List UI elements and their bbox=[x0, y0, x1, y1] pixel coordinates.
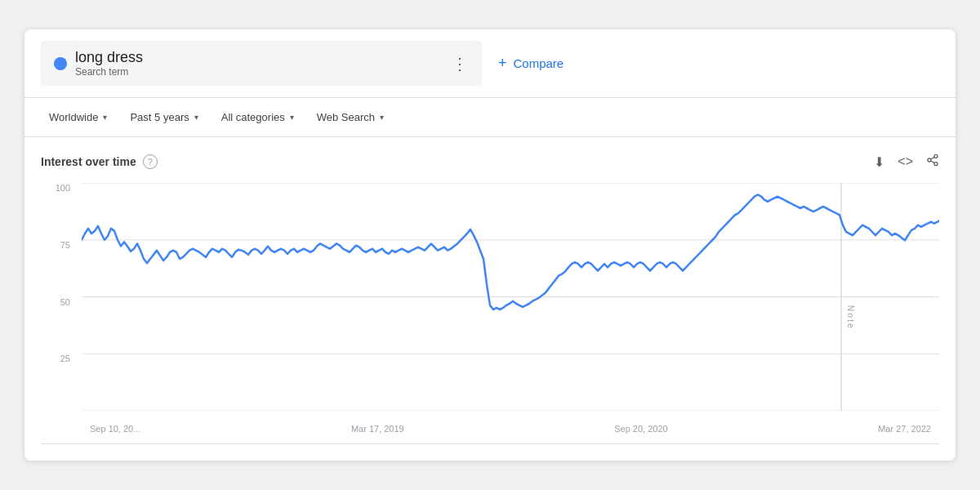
chart-title-group: Interest over time ? bbox=[41, 154, 158, 169]
embed-icon[interactable]: <> bbox=[898, 154, 913, 169]
category-filter[interactable]: All categories ▾ bbox=[213, 106, 302, 128]
svg-point-1 bbox=[928, 158, 931, 162]
search-type-filter[interactable]: Web Search ▾ bbox=[309, 106, 392, 128]
svg-point-2 bbox=[934, 163, 938, 166]
compare-button[interactable]: + Compare bbox=[482, 47, 580, 80]
svg-point-0 bbox=[934, 154, 938, 158]
more-options-icon[interactable]: ⋮ bbox=[452, 54, 469, 74]
trend-chart: Note bbox=[82, 183, 939, 411]
chart-area: 100 75 50 25 Note bbox=[41, 183, 939, 444]
pill-left: long dress Search term bbox=[54, 49, 143, 78]
chart-svg-container: Note bbox=[82, 183, 939, 411]
category-chevron-icon: ▾ bbox=[290, 113, 294, 122]
chart-title: Interest over time bbox=[41, 155, 136, 168]
term-name: long dress bbox=[75, 49, 143, 66]
x-label-3: Sep 20, 2020 bbox=[614, 424, 667, 434]
y-axis-labels: 100 75 50 25 bbox=[41, 183, 77, 411]
time-filter[interactable]: Past 5 years ▾ bbox=[122, 106, 206, 128]
location-filter-label: Worldwide bbox=[49, 111, 98, 123]
time-filter-label: Past 5 years bbox=[130, 111, 189, 123]
main-container: long dress Search term ⋮ + Compare World… bbox=[24, 29, 956, 461]
chart-header: Interest over time ? ⬇ <> bbox=[41, 154, 939, 170]
svg-line-3 bbox=[931, 161, 935, 163]
y-label-100: 100 bbox=[41, 183, 77, 193]
category-filter-label: All categories bbox=[221, 111, 285, 123]
chart-actions: ⬇ <> bbox=[874, 154, 939, 170]
blue-dot-icon bbox=[54, 57, 67, 70]
x-label-4: Mar 27, 2022 bbox=[878, 424, 931, 434]
x-label-2: Mar 17, 2019 bbox=[351, 424, 404, 434]
share-icon[interactable] bbox=[926, 154, 939, 170]
compare-label: Compare bbox=[514, 56, 564, 70]
svg-line-4 bbox=[931, 157, 935, 159]
term-info: long dress Search term bbox=[75, 49, 143, 78]
y-label-50: 50 bbox=[41, 297, 77, 307]
chart-section: Interest over time ? ⬇ <> 100 75 50 bbox=[24, 137, 956, 461]
help-icon[interactable]: ? bbox=[143, 154, 158, 169]
filters-bar: Worldwide ▾ Past 5 years ▾ All categorie… bbox=[24, 98, 956, 137]
location-filter[interactable]: Worldwide ▾ bbox=[41, 106, 115, 128]
location-chevron-icon: ▾ bbox=[103, 113, 107, 122]
time-chevron-icon: ▾ bbox=[194, 113, 198, 122]
y-label-25: 25 bbox=[41, 354, 77, 363]
term-type: Search term bbox=[75, 66, 143, 78]
y-label-75: 75 bbox=[41, 240, 77, 250]
x-axis-labels: Sep 10, 20... Mar 17, 2019 Sep 20, 2020 … bbox=[82, 414, 939, 443]
svg-text:Note: Note bbox=[846, 305, 855, 330]
search-bar: long dress Search term ⋮ + Compare bbox=[24, 29, 956, 98]
search-term-pill: long dress Search term ⋮ bbox=[41, 41, 482, 86]
download-icon[interactable]: ⬇ bbox=[874, 154, 884, 170]
search-type-chevron-icon: ▾ bbox=[380, 113, 384, 122]
x-label-1: Sep 10, 20... bbox=[90, 424, 140, 434]
search-type-label: Web Search bbox=[317, 111, 375, 123]
compare-plus-icon: + bbox=[498, 55, 507, 72]
